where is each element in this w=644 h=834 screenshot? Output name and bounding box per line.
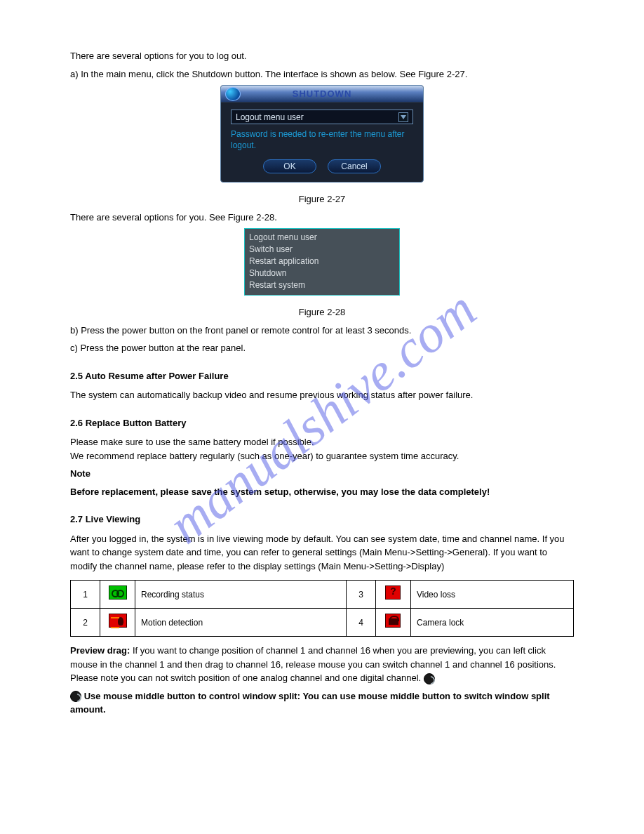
audio-decode-icon-inline-1 xyxy=(424,673,435,684)
option-logout[interactable]: Logout menu user xyxy=(249,232,395,244)
preview-drag-line: Preview drag: If you want to change posi… xyxy=(70,644,574,685)
table-row: 1 Recording status 3 Video loss xyxy=(71,581,574,609)
recording-status-icon xyxy=(109,585,127,600)
resume-body: The system can automatically backup vide… xyxy=(70,388,574,402)
cell-icon-motion xyxy=(100,609,135,637)
cell-icon-videoloss xyxy=(375,581,410,609)
camera-lock-icon xyxy=(385,614,401,628)
cell-desc-lock: Camera lock xyxy=(410,609,573,637)
cell-desc-recording: Recording status xyxy=(135,581,347,609)
section-live-viewing: 2.7 Live Viewing xyxy=(70,512,574,527)
cell-icon-recording xyxy=(100,581,135,609)
figure-28-caption: Figure 2-28 xyxy=(70,305,574,319)
middle-button-body: Use mouse middle button to control windo… xyxy=(70,691,550,715)
shutdown-select[interactable]: Logout menu user xyxy=(231,110,413,124)
intro-text: There are several options for you to log… xyxy=(70,49,574,63)
via-front-panel: b) Press the power button on the front p… xyxy=(70,324,574,338)
status-table: 1 Recording status 3 Video loss 2 Motion… xyxy=(70,580,574,637)
preview-drag-prefix: Preview drag: xyxy=(70,645,130,656)
shutdown-titlebar: SHUTDOWN xyxy=(221,86,423,102)
option-switch-user[interactable]: Switch user xyxy=(249,244,395,256)
option-restart-system[interactable]: Restart system xyxy=(249,279,395,291)
dialog-orb-icon xyxy=(225,87,241,101)
motion-detection-icon xyxy=(109,614,127,628)
section-auto-resume: 2.5 Auto Resume after Power Failure xyxy=(70,369,574,383)
ok-button[interactable]: OK xyxy=(263,159,316,173)
shutdown-title-text: SHUTDOWN xyxy=(293,87,352,101)
video-loss-icon xyxy=(385,585,401,600)
figure-27-caption: Figure 2-27 xyxy=(70,192,574,206)
live-intro: After you logged in, the system is in li… xyxy=(70,532,574,574)
shutdown-message: Password is needed to re-enter the menu … xyxy=(231,128,413,151)
shutdown-body: Logout menu user Password is needed to r… xyxy=(221,102,423,182)
options-intro: There are several options for you. See F… xyxy=(70,211,574,225)
page: There are several options for you to log… xyxy=(0,0,644,834)
battery-note: Before replacement, please save the syst… xyxy=(70,485,574,499)
shutdown-dialog: SHUTDOWN Logout menu user Password is ne… xyxy=(220,85,424,183)
cell-num-2: 2 xyxy=(71,609,100,637)
cancel-button[interactable]: Cancel xyxy=(328,159,381,173)
dropdown-arrow-icon[interactable] xyxy=(398,112,408,122)
table-row: 2 Motion detection 4 Camera lock xyxy=(71,609,574,637)
preview-note: Please note you can not switch position … xyxy=(70,673,421,683)
cell-num-4: 4 xyxy=(346,609,375,637)
shutdown-buttons: OK Cancel xyxy=(231,159,413,173)
battery-body: Please make sure to use the same battery… xyxy=(70,435,574,463)
option-shutdown[interactable]: Shutdown xyxy=(249,267,395,279)
audio-decode-icon-inline-2 xyxy=(70,691,81,702)
battery-note-label: Note xyxy=(70,467,574,481)
via-menu-text: a) In the main menu, click the Shutdown … xyxy=(70,67,574,81)
section-replace-battery: 2.6 Replace Button Battery xyxy=(70,416,574,430)
option-restart-app[interactable]: Restart application xyxy=(249,256,395,267)
preview-drag-body: If you want to change position of channe… xyxy=(70,645,556,670)
cell-desc-videoloss: Video loss xyxy=(410,581,573,609)
cell-desc-motion: Motion detection xyxy=(135,609,347,637)
middle-button-line: Use mouse middle button to control windo… xyxy=(70,689,574,717)
via-rear-panel: c) Press the power button at the rear pa… xyxy=(70,341,574,355)
cell-num-3: 3 xyxy=(346,581,375,609)
cell-num-1: 1 xyxy=(71,581,100,609)
shutdown-select-value: Logout menu user xyxy=(236,111,304,124)
options-list: Logout menu user Switch user Restart app… xyxy=(244,228,400,296)
cell-icon-lock xyxy=(375,609,410,637)
